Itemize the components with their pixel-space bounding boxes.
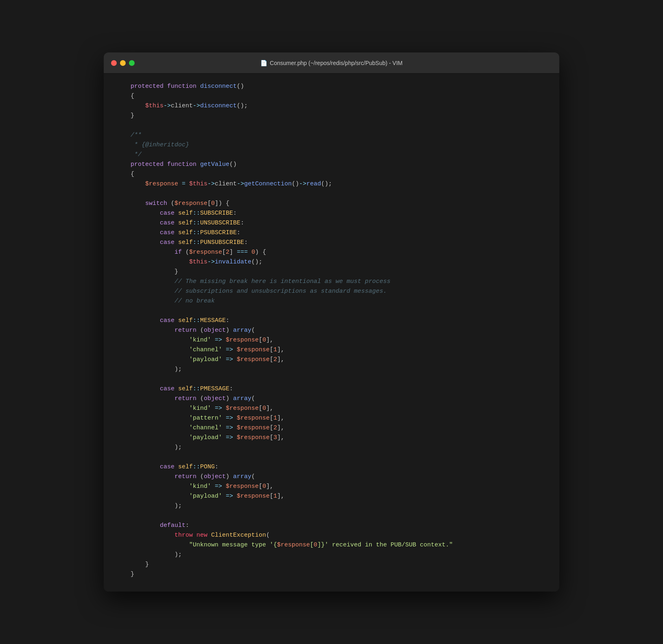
- code-line: );: [116, 443, 547, 453]
- code-editor[interactable]: protected function disconnect() { $this-…: [104, 74, 559, 592]
- code-line: case self::UNSUBSCRIBE:: [116, 218, 547, 228]
- code-line: case self::PUNSUBSCRIBE:: [116, 238, 547, 248]
- code-line: case self::PSUBSCRIBE:: [116, 228, 547, 238]
- code-line: $this->invalidate();: [116, 257, 547, 267]
- code-line: );: [116, 501, 547, 511]
- code-line: 'kind' => $response[0],: [116, 482, 547, 492]
- code-line: // no break: [116, 296, 547, 306]
- code-line: 'pattern' => $response[1],: [116, 413, 547, 423]
- code-line: // subscriptions and unsubscriptions as …: [116, 287, 547, 296]
- code-line: );: [116, 550, 547, 560]
- code-line: }: [116, 560, 547, 570]
- vim-window: 📄 Consumer.php (~/repos/redis/php/src/Pu…: [104, 52, 559, 592]
- window-title: 📄 Consumer.php (~/repos/redis/php/src/Pu…: [260, 60, 402, 66]
- code-line: 'channel' => $response[1],: [116, 345, 547, 355]
- code-line: 'payload' => $response[2],: [116, 355, 547, 365]
- traffic-lights: [111, 60, 135, 66]
- code-line: case self::PONG:: [116, 462, 547, 472]
- code-line: $response = $this->client->getConnection…: [116, 179, 547, 189]
- minimize-button[interactable]: [120, 60, 126, 66]
- code-line: [116, 306, 547, 316]
- code-line: 'kind' => $response[0],: [116, 404, 547, 413]
- code-line: 'payload' => $response[3],: [116, 433, 547, 443]
- code-line: * {@inheritdoc}: [116, 140, 547, 150]
- code-line: [116, 453, 547, 462]
- code-line: [116, 511, 547, 521]
- file-icon: 📄: [260, 60, 267, 66]
- code-line: default:: [116, 521, 547, 531]
- code-line: return (object) array(: [116, 472, 547, 482]
- close-button[interactable]: [111, 60, 117, 66]
- code-line: return (object) array(: [116, 326, 547, 335]
- code-line: /**: [116, 131, 547, 140]
- code-line: case self::SUBSCRIBE:: [116, 209, 547, 218]
- code-line: [116, 121, 547, 131]
- code-line: "Unknown message type '{$response[0]}' r…: [116, 540, 547, 550]
- code-line: [116, 374, 547, 384]
- code-line: case self::MESSAGE:: [116, 316, 547, 326]
- code-line: $this->client->disconnect();: [116, 101, 547, 111]
- code-line: 'channel' => $response[2],: [116, 423, 547, 433]
- code-line: switch ($response[0]) {: [116, 199, 547, 209]
- code-line: // The missing break here is intentional…: [116, 277, 547, 287]
- code-line: 'payload' => $response[1],: [116, 492, 547, 501]
- code-line: {: [116, 91, 547, 101]
- code-line: throw new ClientException(: [116, 531, 547, 540]
- code-line: 'kind' => $response[0],: [116, 335, 547, 345]
- code-line: [116, 189, 547, 199]
- code-line: }: [116, 570, 547, 579]
- code-line: protected function disconnect(): [116, 82, 547, 91]
- code-line: protected function getValue(): [116, 160, 547, 170]
- titlebar: 📄 Consumer.php (~/repos/redis/php/src/Pu…: [104, 52, 559, 74]
- code-line: }: [116, 111, 547, 121]
- maximize-button[interactable]: [129, 60, 135, 66]
- code-line: );: [116, 365, 547, 374]
- code-line: {: [116, 170, 547, 179]
- code-line: case self::PMESSAGE:: [116, 384, 547, 394]
- code-line: }: [116, 267, 547, 277]
- code-line: return (object) array(: [116, 394, 547, 404]
- code-line: */: [116, 150, 547, 160]
- code-line: if ($response[2] === 0) {: [116, 248, 547, 257]
